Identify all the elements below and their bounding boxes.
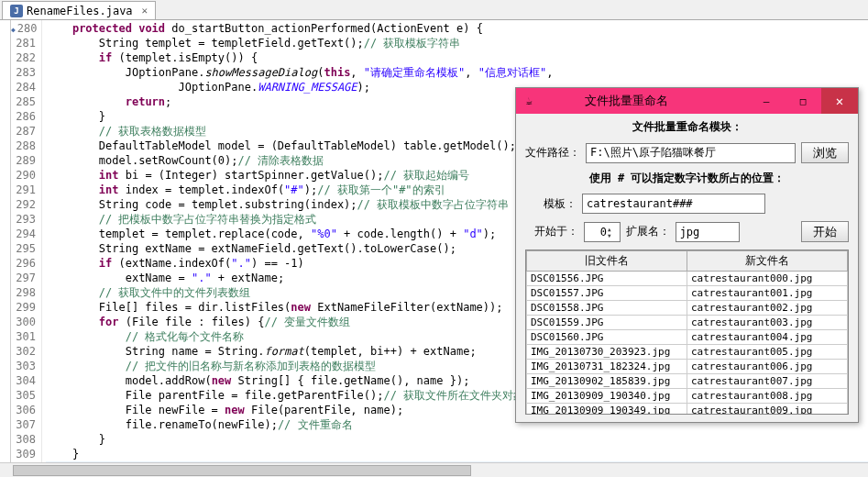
dialog-titlebar[interactable]: ☕ 文件批量重命名 — □ ✕ [516, 88, 858, 114]
tab-renamefiles[interactable]: J RenameFiles.java ✕ [2, 1, 156, 19]
col-old[interactable]: 旧文件名 [527, 251, 687, 272]
ext-label: 扩展名： [626, 224, 670, 239]
close-icon[interactable]: ✕ [142, 5, 148, 17]
table-row[interactable]: IMG_20130902_185839.jpgcatrestaurant007.… [527, 374, 848, 389]
java-file-icon: J [10, 5, 23, 17]
table-row[interactable]: IMG_20130730_203923.jpgcatrestaurant005.… [527, 345, 848, 360]
dialog-title: 文件批量重命名 [505, 93, 748, 109]
start-label: 开始于： [534, 224, 578, 239]
table-row[interactable]: DSC01559.JPGcatrestaurant003.jpg [527, 316, 848, 330]
col-new[interactable]: 新文件名 [687, 251, 848, 272]
table-row[interactable]: DSC01560.JPGcatrestaurant004.jpg [527, 330, 848, 345]
horizontal-scrollbar[interactable] [0, 462, 868, 477]
editor-tabbar: J RenameFiles.java ✕ [0, 0, 868, 20]
maximize-icon[interactable]: □ [785, 88, 821, 114]
close-icon[interactable]: ✕ [821, 88, 858, 114]
dialog-header: 文件批量重命名模块： [632, 119, 742, 135]
path-label: 文件路径： [525, 145, 580, 161]
tab-filename: RenameFiles.java [27, 5, 133, 17]
template-label: 模板： [544, 196, 577, 212]
table-row[interactable]: IMG_20130909_190340.jpgcatrestaurant008.… [527, 389, 848, 404]
table-row[interactable]: DSC01557.JPGcatrestaurant001.jpg [527, 286, 848, 301]
minimize-icon[interactable]: — [748, 88, 785, 114]
line-gutter: 2802812822832842852862872882892902912922… [11, 20, 42, 477]
ext-input[interactable] [676, 222, 740, 242]
table-row[interactable]: DSC01558.JPGcatrestaurant002.jpg [527, 301, 848, 316]
folding-ruler [0, 20, 11, 477]
start-spinner[interactable] [584, 222, 621, 242]
start-button[interactable]: 开始 [801, 221, 849, 242]
browse-button[interactable]: 浏览 [801, 142, 849, 163]
scrollbar-thumb[interactable] [13, 465, 471, 476]
table-row[interactable]: IMG_20130909_190349.jpgcatrestaurant009.… [527, 404, 848, 416]
template-input[interactable] [582, 194, 765, 214]
path-input[interactable] [586, 143, 796, 163]
hint-label: 使用 # 可以指定数字计数所占的位置： [589, 171, 786, 186]
rename-dialog: ☕ 文件批量重命名 — □ ✕ 文件批量重命名模块： 文件路径： 浏览 使用 #… [515, 87, 859, 423]
table-row[interactable]: IMG_20130731_182324.jpgcatrestaurant006.… [527, 360, 848, 374]
table-row[interactable]: DSC01556.JPGcatrestaurant000.jpg [527, 272, 848, 286]
result-grid[interactable]: 旧文件名 新文件名 DSC01556.JPGcatrestaurant000.j… [525, 250, 849, 415]
